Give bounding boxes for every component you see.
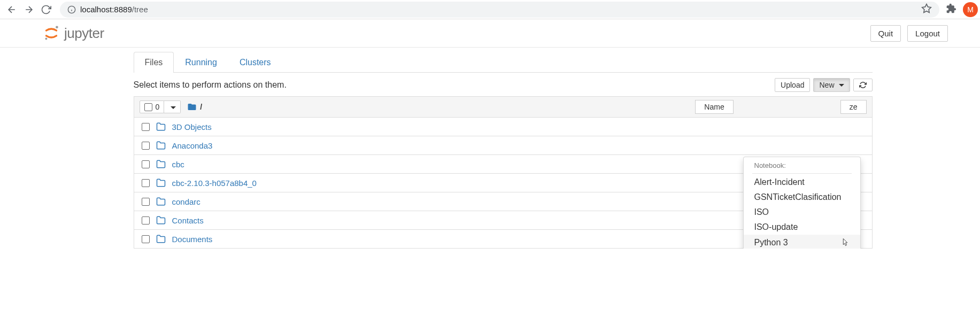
jupyter-header: jupyter Quit Logout [0, 19, 980, 48]
new-button-label: New [819, 81, 834, 89]
caret-down-icon [839, 84, 844, 87]
row-checkbox[interactable] [142, 142, 150, 150]
jupyter-logo-text: jupyter [64, 25, 104, 42]
menu-item-iso-update[interactable]: ISO-update [744, 220, 860, 235]
select-all-box[interactable]: 0 [140, 100, 165, 113]
new-button[interactable]: New [813, 78, 850, 92]
upload-button[interactable]: Upload [775, 78, 810, 92]
svg-point-4 [56, 26, 58, 28]
folder-outline-icon [156, 215, 166, 225]
file-name[interactable]: condarc [172, 197, 200, 206]
dropdown-divider [752, 173, 852, 174]
site-info-icon[interactable] [67, 5, 76, 14]
tab-files[interactable]: Files [134, 52, 174, 73]
file-name[interactable]: cbc [172, 160, 184, 169]
row-checkbox[interactable] [142, 160, 150, 168]
menu-item-gsn-ticket[interactable]: GSNTicketClasification [744, 190, 860, 205]
address-bar[interactable]: localhost:8889/tree [60, 2, 939, 18]
file-name[interactable]: Documents [172, 235, 213, 244]
row-checkbox[interactable] [142, 216, 150, 224]
profile-avatar[interactable]: M [963, 2, 978, 17]
column-headers: Name ze [695, 100, 866, 114]
toolbar: Select items to perform actions on them.… [134, 73, 873, 96]
extensions-icon[interactable] [946, 3, 956, 16]
folder-outline-icon [156, 159, 166, 169]
dropdown-header-notebook: Notebook: [744, 160, 860, 171]
jupyter-logo[interactable]: jupyter [43, 25, 104, 42]
folder-outline-icon [156, 141, 166, 150]
refresh-icon [859, 81, 867, 89]
file-name[interactable]: 3D Objects [172, 122, 212, 131]
select-dropdown[interactable] [164, 100, 181, 113]
row-checkbox[interactable] [142, 123, 150, 131]
tab-clusters[interactable]: Clusters [228, 52, 282, 73]
file-name[interactable]: Anaconda3 [172, 141, 213, 150]
row-checkbox[interactable] [142, 179, 150, 187]
forward-button[interactable] [21, 2, 36, 17]
menu-item-python3[interactable]: Python 3 [744, 235, 860, 249]
folder-outline-icon [156, 197, 166, 206]
main-container: Files Running Clusters Select items to p… [97, 52, 883, 249]
quit-button[interactable]: Quit [870, 25, 901, 42]
file-name[interactable]: Contacts [172, 216, 204, 225]
list-header: 0 / Name ze [134, 96, 873, 118]
select-all-checkbox[interactable] [144, 103, 152, 111]
header-buttons: Quit Logout [870, 25, 969, 42]
tab-running[interactable]: Running [174, 52, 228, 73]
url-host: localhost:8889 [80, 5, 132, 14]
file-name[interactable]: cbc-2.10.3-h057a8b4_0 [172, 179, 257, 188]
cursor-pointer-icon [841, 237, 850, 248]
url-text: localhost:8889/tree [80, 5, 148, 14]
selected-count: 0 [156, 103, 160, 111]
browser-chrome: localhost:8889/tree M [0, 0, 980, 19]
caret-down-icon [171, 106, 176, 109]
reload-button[interactable] [38, 2, 53, 17]
avatar-letter: M [967, 5, 974, 14]
folder-outline-icon [156, 178, 166, 188]
star-icon[interactable] [921, 3, 932, 16]
breadcrumb[interactable]: / [187, 102, 202, 112]
list-item[interactable]: Anaconda3 [134, 136, 873, 155]
logout-button[interactable]: Logout [907, 25, 948, 42]
back-button[interactable] [4, 2, 19, 17]
folder-icon [187, 102, 197, 112]
select-group: 0 [140, 100, 181, 113]
folder-outline-icon [156, 234, 166, 244]
browser-right-icons: M [946, 2, 976, 17]
url-path: /tree [132, 5, 148, 14]
new-dropdown-menu: Notebook: Alert-Incident GSNTicketClasif… [743, 157, 861, 249]
menu-item-python3-label: Python 3 [754, 238, 788, 247]
jupyter-logo-icon [43, 25, 60, 42]
tabs: Files Running Clusters [134, 52, 873, 73]
list-item[interactable]: 3D Objects [134, 118, 873, 136]
toolbar-right: Upload New [775, 78, 872, 92]
instruction-text: Select items to perform actions on them. [134, 80, 287, 90]
folder-outline-icon [156, 122, 166, 131]
row-checkbox[interactable] [142, 198, 150, 206]
column-name[interactable]: Name [695, 100, 733, 114]
menu-item-iso[interactable]: ISO [744, 205, 860, 220]
refresh-button[interactable] [853, 79, 873, 91]
menu-item-alert-incident[interactable]: Alert-Incident [744, 175, 860, 190]
svg-point-5 [45, 37, 47, 40]
breadcrumb-root: / [200, 103, 202, 111]
column-size[interactable]: ze [840, 100, 867, 114]
row-checkbox[interactable] [142, 235, 150, 243]
svg-marker-3 [922, 4, 931, 13]
